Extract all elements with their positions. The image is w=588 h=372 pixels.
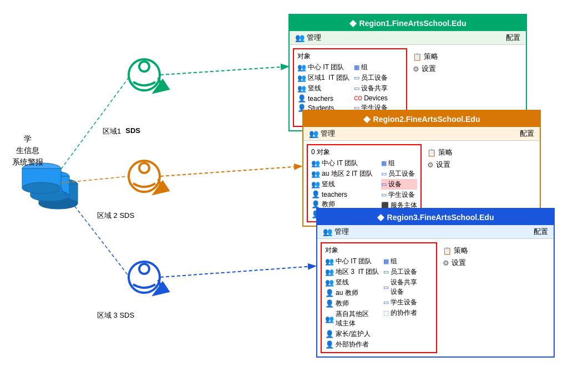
person-icon: 👤 bbox=[297, 94, 306, 103]
settings-icon: ⚙ bbox=[413, 65, 419, 73]
group-icon: 👥 bbox=[311, 180, 320, 188]
person-icon: 👤 bbox=[311, 190, 320, 198]
device-icon: ▭ bbox=[383, 268, 389, 276]
svg-line-18 bbox=[160, 67, 287, 75]
device-icon: ▭ bbox=[381, 191, 387, 198]
group-icon: 👥 bbox=[297, 84, 306, 93]
region1-policy: 📋 策略 bbox=[413, 50, 452, 63]
region3-config-label: 配置 bbox=[534, 227, 548, 237]
region3-title: Region3.FineArtsSchool.Edu bbox=[387, 213, 494, 222]
region3-header: ◆ Region3.FineArtsSchool.Edu bbox=[317, 209, 554, 225]
region3-settings: ⚙ 设置 bbox=[443, 257, 481, 269]
svg-line-20 bbox=[160, 266, 315, 277]
region2-title: Region2.FineArtsSchool.Edu bbox=[373, 115, 480, 124]
region2-policy: 📋 策略 bbox=[427, 146, 466, 159]
svg-point-2 bbox=[39, 198, 78, 209]
region2-label: 区域 2 SDS bbox=[97, 211, 134, 221]
settings-icon: ⚙ bbox=[427, 161, 434, 169]
group-icon: 👥 bbox=[325, 257, 334, 266]
region3-config-section: 📋 策略 ⚙ 设置 bbox=[437, 242, 487, 353]
collab-icon: ⬚ bbox=[383, 309, 389, 317]
region2-header: ◆ Region2.FineArtsSchool.Edu bbox=[303, 111, 540, 127]
region2-settings: ⚙ 设置 bbox=[427, 159, 466, 171]
svg-point-14 bbox=[139, 264, 149, 274]
region1-header: ◆ Region1.FineArtsSchool.Edu bbox=[290, 15, 526, 31]
svg-point-10 bbox=[139, 62, 149, 72]
svg-point-8 bbox=[22, 182, 61, 193]
svg-line-17 bbox=[61, 188, 129, 276]
person-icon: 👤 bbox=[325, 289, 334, 297]
svg-point-0 bbox=[39, 179, 78, 190]
svg-point-13 bbox=[129, 262, 160, 293]
device-icon: ▭ bbox=[354, 74, 359, 81]
svg-line-19 bbox=[160, 166, 301, 176]
device-icon: ▭ bbox=[383, 299, 389, 306]
svg-rect-4 bbox=[31, 176, 69, 196]
person-icon: 👤 bbox=[325, 340, 334, 349]
svg-point-3 bbox=[31, 171, 69, 182]
region1-label: 区域1 SDS bbox=[103, 126, 140, 136]
settings-icon: ⚙ bbox=[443, 259, 449, 267]
svg-point-11 bbox=[129, 161, 160, 192]
region3-objects-box: 对象 👥 中心 IT 团队 👥 地区 3 IT 团队 👥 竖线 bbox=[321, 242, 437, 353]
device-icon: ▭ bbox=[354, 85, 359, 92]
group-icon: 👥 bbox=[297, 74, 306, 82]
policy-icon: 📋 bbox=[427, 149, 436, 157]
region1-management-label: 👥 管理 bbox=[295, 33, 506, 43]
device-icon: ▭ bbox=[381, 181, 387, 188]
region1-objects-title: 对象 bbox=[297, 52, 403, 61]
region2-management-label: 👥 管理 bbox=[309, 129, 520, 139]
diamond-icon: ◆ bbox=[349, 18, 356, 28]
svg-line-16 bbox=[61, 176, 129, 183]
svg-point-5 bbox=[31, 190, 69, 201]
co-icon: CO bbox=[354, 95, 362, 101]
region1-settings: ⚙ 设置 bbox=[413, 63, 452, 75]
person-icon: 👤 bbox=[325, 299, 334, 308]
policy-icon: 📋 bbox=[443, 247, 452, 255]
region2-objects-title: 0 对象 bbox=[311, 147, 417, 157]
student-info-label: 学 生信息 系统警报 bbox=[12, 133, 43, 168]
svg-point-12 bbox=[139, 163, 149, 173]
svg-rect-7 bbox=[22, 169, 61, 188]
region3-objects-title: 对象 bbox=[325, 246, 433, 255]
svg-point-9 bbox=[129, 59, 160, 90]
device-icon: ▭ bbox=[381, 170, 387, 177]
group-icon: ▦ bbox=[383, 258, 389, 265]
group-icon: 👥 bbox=[311, 170, 320, 178]
region3-objects-left: 👥 中心 IT 团队 👥 地区 3 IT 团队 👥 竖线 👤 au 教师 bbox=[325, 256, 379, 350]
group-icon: 👥 bbox=[325, 278, 334, 287]
person-icon: 👥 bbox=[325, 315, 334, 323]
region1-title: Region1.FineArtsSchool.Edu bbox=[359, 19, 467, 28]
region3-panel: ◆ Region3.FineArtsSchool.Edu 👥 管理 配置 对象 … bbox=[316, 208, 555, 358]
group-icon: 👥 bbox=[297, 63, 306, 72]
group-icon: ▦ bbox=[381, 160, 387, 167]
region3-objects-right: ▦ 组 ▭ 员工设备 ▭ 设备共享设备 ▭ 学生设备 bbox=[383, 256, 417, 350]
group-icon: 👥 bbox=[311, 159, 320, 167]
device-icon: ▭ bbox=[383, 284, 389, 291]
region3-label: 区域 3 SDS bbox=[97, 310, 134, 320]
diamond-icon: ◆ bbox=[363, 114, 370, 124]
policy-icon: 📋 bbox=[413, 53, 422, 61]
svg-rect-1 bbox=[39, 184, 78, 203]
diamond-icon: ◆ bbox=[377, 212, 384, 222]
region3-policy: 📋 策略 bbox=[443, 244, 481, 257]
region2-config-label: 配置 bbox=[520, 129, 534, 139]
person-icon: 👤 bbox=[325, 330, 334, 338]
region3-management-label: 👥 管理 bbox=[323, 227, 534, 237]
group-icon: 👥 bbox=[325, 268, 334, 276]
region1-config-label: 配置 bbox=[506, 33, 520, 43]
group-icon: ▦ bbox=[354, 64, 359, 71]
person-icon: 👤 bbox=[311, 200, 320, 208]
svg-line-15 bbox=[61, 78, 129, 169]
